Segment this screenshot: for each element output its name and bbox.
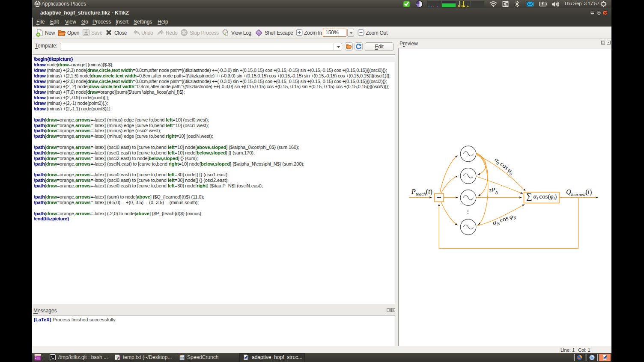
svg-text:Tik: Tik — [244, 356, 247, 359]
svg-text:Tik: Tik — [603, 356, 607, 359]
